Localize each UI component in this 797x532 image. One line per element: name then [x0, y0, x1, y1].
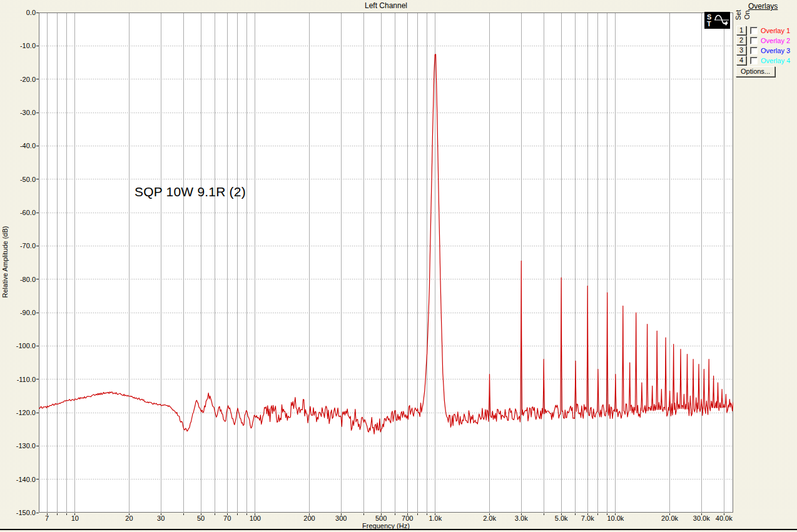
- y-tick-label: -20.0: [0, 76, 36, 83]
- overlay-3-checkbox[interactable]: [750, 47, 758, 54]
- overlay-1-set-button[interactable]: 1: [736, 26, 746, 35]
- y-tick-label: -80.0: [0, 276, 36, 283]
- overlay-4-checkbox[interactable]: [750, 57, 758, 64]
- x-tick-label: 200: [303, 514, 315, 522]
- x-tick-label: 500: [375, 514, 387, 522]
- y-tick-label: -150.0: [0, 509, 36, 516]
- y-tick-label: 0.0: [0, 9, 36, 16]
- x-tick-label: 7: [45, 514, 49, 522]
- trace-annotation: SQP 10W 9.1R (2): [135, 184, 246, 199]
- x-tick-label: 3.0k: [515, 514, 528, 522]
- overlay-4-label: Overlay 4: [761, 57, 790, 64]
- spectrum-plot: [0, 0, 797, 532]
- window-bottom-edge: [0, 529, 797, 530]
- y-tick-label: -110.0: [0, 376, 36, 383]
- y-tick-label: -90.0: [0, 309, 36, 316]
- y-tick-label: -40.0: [0, 142, 36, 149]
- x-tick-label: 20: [125, 514, 133, 522]
- on-column-label: On: [743, 7, 751, 23]
- svg-text:T: T: [707, 20, 711, 28]
- x-tick-label: 10.0k: [607, 514, 624, 522]
- set-column-label: Set: [734, 7, 742, 23]
- x-tick-label: 300: [335, 514, 347, 522]
- y-axis-label: Relative Amplitude (dB): [1, 212, 9, 312]
- overlays-panel: Overlays Set On 1 Overlay 1 2 Overlay 2 …: [732, 0, 797, 81]
- y-tick-label: -120.0: [0, 409, 36, 416]
- y-tick-label: -130.0: [0, 442, 36, 449]
- analyzer-window: Left Channel Relative Amplitude (dB) Fre…: [0, 0, 797, 532]
- y-tick-label: -100.0: [0, 342, 36, 349]
- overlay-2-label: Overlay 2: [761, 37, 790, 44]
- x-tick-label: 100: [250, 514, 261, 522]
- y-tick-label: -50.0: [0, 176, 36, 183]
- overlay-2-checkbox[interactable]: [750, 37, 758, 44]
- y-tick-label: -140.0: [0, 476, 36, 483]
- x-tick-label: 2.0k: [483, 514, 496, 522]
- options-button[interactable]: Options...: [736, 66, 775, 77]
- overlay-4-set-button[interactable]: 4: [736, 56, 746, 65]
- y-tick-label: -70.0: [0, 242, 36, 249]
- overlay-3-label: Overlay 3: [761, 47, 790, 54]
- overlay-1-checkbox[interactable]: [750, 27, 758, 34]
- x-tick-label: 30: [157, 514, 165, 522]
- signal-generator-icon[interactable]: S T: [704, 12, 730, 29]
- plot-title: Left Channel: [39, 1, 733, 10]
- x-tick-label: 10: [71, 514, 79, 522]
- overlay-1-label: Overlay 1: [761, 27, 790, 34]
- x-tick-label: 70: [223, 514, 231, 522]
- overlay-3-set-button[interactable]: 3: [736, 46, 746, 55]
- y-tick-label: -30.0: [0, 109, 36, 116]
- x-tick-label: 7.0k: [581, 514, 594, 522]
- x-tick-label: 700: [402, 514, 413, 522]
- y-tick-label: -10.0: [0, 42, 36, 49]
- x-tick-label: 40.0k: [716, 514, 733, 522]
- y-tick-label: -60.0: [0, 209, 36, 216]
- overlays-header: Overlays: [748, 2, 778, 11]
- x-tick-label: 5.0k: [555, 514, 568, 522]
- x-tick-label: 20.0k: [661, 514, 678, 522]
- overlay-2-set-button[interactable]: 2: [736, 36, 746, 45]
- x-tick-label: 50: [197, 514, 205, 522]
- x-tick-label: 30.0k: [693, 514, 710, 522]
- x-tick-label: 1.0k: [429, 514, 442, 522]
